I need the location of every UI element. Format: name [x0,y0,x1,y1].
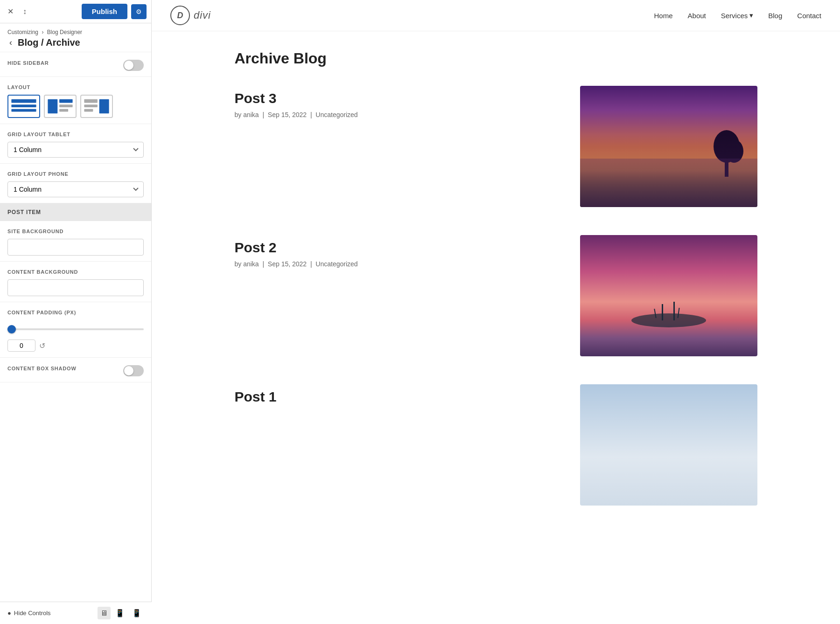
hide-controls-label: Hide Controls [14,610,51,617]
toggle-knob [124,61,133,70]
svg-rect-3 [48,99,57,113]
breadcrumb-area: Customizing › Blog Designer ‹ Blog / Arc… [0,23,151,52]
post-image [580,86,757,207]
svg-rect-16 [673,302,675,320]
blog-content: Archive Blog Post 3 by anika | Sep 15, 2… [216,31,776,552]
grid-phone-label: GRID LAYOUT PHONE [7,171,144,177]
site-bg-color-row [7,239,144,256]
post-item-header: POST ITEM [0,203,151,221]
post-title[interactable]: Post 3 [235,90,561,106]
box-shadow-toggle-knob [124,366,133,375]
svg-rect-10 [99,99,109,113]
post-image-placeholder [580,384,757,506]
bottom-bar: ● Hide Controls 🖥 📱 📱 [0,602,152,624]
content-padding-label: CONTENT PADDING (PX) [7,310,144,315]
page-title: Blog / Archive [18,37,80,48]
mobile-device-button[interactable]: 📱 [129,607,144,619]
post-image [580,235,757,356]
services-arrow-icon: ▾ [749,11,753,20]
breadcrumb: Customizing › Blog Designer [7,29,144,35]
svg-rect-6 [59,109,68,112]
site-logo: D divi [170,6,211,25]
nav-blog[interactable]: Blog [768,12,782,20]
post-item: Post 2 by anika | Sep 15, 2022 | Uncateg… [235,235,757,356]
svg-point-13 [725,139,743,163]
post-item-label: POST ITEM [7,209,41,215]
svg-rect-0 [11,99,36,103]
grid-phone-select[interactable]: 1 Column 2 Columns [7,181,144,197]
post-title[interactable]: Post 2 [235,240,561,256]
post-item: Post 1 [235,384,757,506]
post-image-placeholder [580,86,757,207]
device-buttons: 🖥 📱 📱 [98,607,144,619]
layout-full-width-button[interactable] [7,95,40,118]
tree-silhouette [711,125,743,177]
history-button[interactable]: ↕ [20,6,29,18]
svg-rect-4 [59,99,73,103]
padding-input[interactable] [7,340,35,352]
svg-rect-5 [59,104,73,107]
preview-area: D divi Home About Services ▾ Blog Contac… [152,0,840,624]
padding-slider[interactable] [7,328,144,330]
box-shadow-row: CONTENT BOX SHADOW [7,365,144,376]
layout-left-image-button[interactable] [44,95,77,118]
post-title[interactable]: Post 1 [235,389,561,405]
desktop-device-button[interactable]: 🖥 [98,607,111,619]
nav-services[interactable]: Services ▾ [721,11,754,20]
post-item: Post 3 by anika | Sep 15, 2022 | Uncateg… [235,86,757,207]
logo-circle: D [170,6,190,25]
toolbar: ✕ ↕ Publish ⚙ [0,0,151,23]
box-shadow-toggle[interactable] [123,365,144,376]
post-text: Post 2 by anika | Sep 15, 2022 | Uncateg… [235,235,561,268]
svg-point-14 [631,313,706,327]
site-nav: D divi Home About Services ▾ Blog Contac… [152,0,840,31]
hide-sidebar-toggle[interactable] [123,60,144,71]
settings-button[interactable]: ⚙ [131,4,147,19]
grid-tablet-section: GRID LAYOUT TABLET 1 Column 2 Columns 3 … [0,124,151,164]
site-bg-section: SITE BACKGROUND [0,221,151,262]
logo-text: divi [194,9,211,21]
layout-section: LAYOUT [0,77,151,124]
hide-sidebar-row: HIDE SIDEBAR [7,60,144,71]
close-button[interactable]: ✕ [5,5,16,18]
hide-sidebar-label: HIDE SIDEBAR [7,60,49,66]
content-bg-section: CONTENT BACKGROUND [0,262,151,302]
tablet-device-button[interactable]: 📱 [112,607,127,619]
content-box-shadow-section: CONTENT BOX SHADOW [0,358,151,382]
back-button[interactable]: ‹ [7,38,14,48]
nav-contact[interactable]: Contact [797,12,821,20]
svg-rect-15 [662,304,663,320]
reset-padding-button[interactable]: ↺ [39,341,45,350]
post-text: Post 1 [235,384,561,409]
content-bg-color-row [7,279,144,296]
content-bg-swatch[interactable] [7,279,144,296]
nav-links: Home About Services ▾ Blog Contact [654,11,821,20]
post-image-placeholder [580,235,757,356]
layout-buttons [7,95,144,118]
nav-about[interactable]: About [688,12,706,20]
content-bg-label: CONTENT BACKGROUND [7,269,144,275]
grid-tablet-select[interactable]: 1 Column 2 Columns 3 Columns [7,142,144,158]
post-meta: by anika | Sep 15, 2022 | Uncategorized [235,111,561,118]
svg-rect-2 [11,109,36,112]
breadcrumb-customizing[interactable]: Customizing [7,29,38,35]
water-reflection [580,159,757,207]
publish-button[interactable]: Publish [82,4,127,19]
hide-controls-icon: ● [7,610,11,617]
site-bg-swatch[interactable] [7,239,144,256]
layout-label: LAYOUT [7,84,144,90]
svg-rect-1 [11,104,36,107]
svg-rect-11 [725,153,728,177]
left-panel: ✕ ↕ Publish ⚙ Customizing › Blog Designe… [0,0,152,624]
layout-right-image-button[interactable] [80,95,113,118]
svg-rect-7 [84,99,98,103]
content-padding-section: CONTENT PADDING (PX) ↺ [0,302,151,358]
hide-controls-button[interactable]: ● Hide Controls [7,610,51,617]
content-box-shadow-label: CONTENT BOX SHADOW [7,366,77,371]
svg-point-12 [714,130,740,163]
padding-value-row: ↺ [7,340,144,352]
controls-scroll: HIDE SIDEBAR LAYOUT [0,52,151,624]
breadcrumb-designer[interactable]: Blog Designer [47,29,82,35]
nav-home[interactable]: Home [654,12,673,20]
post-image [580,384,757,506]
